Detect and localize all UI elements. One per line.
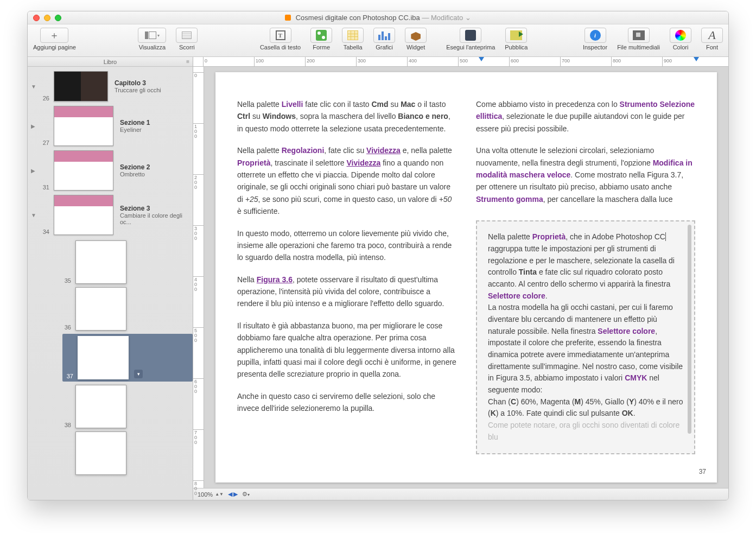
page-thumb[interactable]	[62, 432, 193, 475]
chapter-item[interactable]: ▼ 26 Capitolo 3 Truccare gli occhi	[28, 69, 193, 104]
body-text[interactable]: Nella palette Regolazioni, fate clic su …	[237, 144, 456, 217]
page-thumb[interactable]: 38	[62, 385, 193, 428]
chapter-thumb	[54, 71, 108, 101]
titlebar[interactable]: Cosmesi digitale con Photoshop CC.iba — …	[28, 11, 728, 24]
window-title: Cosmesi digitale con Photoshop CC.iba — …	[28, 14, 728, 22]
horizontal-ruler[interactable]: 0100200300400500600700800900	[193, 57, 728, 67]
publish-button[interactable]: Pubblica	[505, 28, 528, 50]
page-thumb[interactable]: 36	[62, 287, 193, 331]
section-thumb	[54, 106, 113, 146]
font-button[interactable]: A Font	[701, 28, 723, 50]
sidebar-header: Libro ≡	[28, 57, 193, 67]
inspector-button[interactable]: i Inspector	[583, 28, 607, 50]
document-page[interactable]: Nella palette Livelli fate clic con il t…	[215, 72, 717, 483]
callout-scrollbar[interactable]	[688, 225, 691, 433]
charts-button[interactable]: Grafici	[373, 28, 395, 50]
view-button[interactable]: ▾ Visualizza	[138, 28, 166, 50]
colors-button[interactable]: Colori	[670, 28, 691, 50]
zoom-control[interactable]: 100%▲▼	[198, 491, 224, 498]
preview-button[interactable]: Esegui l'anteprima	[446, 28, 495, 50]
disclosure-triangle-icon[interactable]: ▼	[31, 212, 37, 218]
callout-box[interactable]: Nella palette Proprietà, che in Adobe Ph…	[476, 220, 695, 454]
page-number-label: 35	[62, 277, 71, 284]
page-number-label: 36	[62, 324, 71, 331]
section-item[interactable]: ▼ 34 Sezione 3 Cambiare il colore degli …	[28, 193, 193, 237]
section-item[interactable]: ▶ 27 Sezione 1 Eyeliner	[28, 104, 193, 148]
toolbar: ＋ Aggiungi pagine ▾ Visualizza Scorri T …	[28, 24, 728, 57]
body-text[interactable]: Anche in questo caso ci serviremo delle …	[237, 390, 456, 415]
disclosure-triangle-icon[interactable]: ▶	[31, 123, 37, 129]
scroll-button[interactable]: Scorri	[176, 28, 198, 50]
canvas-area: 0100200300400500600700800900 01002003004…	[193, 57, 728, 500]
page-number: 37	[699, 467, 706, 477]
gear-icon[interactable]: ⚙︎▾	[242, 491, 250, 498]
body-text[interactable]: Una volta ottenute le selezioni circolar…	[476, 144, 695, 205]
prev-page-button[interactable]: ◀	[228, 491, 232, 498]
column-right: Come abbiamo visto in precedenza con lo …	[476, 98, 695, 454]
disclosure-triangle-icon[interactable]: ▶	[31, 168, 37, 174]
page-number-label: 38	[62, 422, 71, 428]
body-text[interactable]: Il risultato è già abbastanza buono, ma …	[237, 320, 456, 380]
column-left: Nella palette Livelli fate clic con il t…	[237, 98, 456, 454]
text-cursor	[665, 232, 666, 241]
statusbar: 100%▲▼ ◀ ▶ ⚙︎▾	[193, 488, 728, 500]
widget-button[interactable]: Widget	[405, 28, 427, 50]
page-thumb-selected[interactable]: 37 ▾	[62, 334, 193, 382]
table-button[interactable]: Tabella	[342, 28, 364, 50]
body-text[interactable]: Nella palette Livelli fate clic con il t…	[237, 98, 456, 135]
shapes-button[interactable]: Forme	[310, 28, 332, 50]
body-text[interactable]: Nella Figura 3.6, potete osservare il ri…	[237, 274, 456, 310]
add-pages-button[interactable]: ＋ Aggiungi pagine	[33, 28, 76, 50]
textbox-button[interactable]: T Casella di testo	[260, 28, 301, 50]
chevron-down-icon[interactable]: ⌄	[465, 14, 471, 22]
page-thumb[interactable]: 35	[62, 240, 193, 284]
document-icon	[285, 15, 291, 21]
section-item[interactable]: ▶ 31 Sezione 2 Ombretto	[28, 148, 193, 193]
sidebar: Libro ≡ ▼ 26 Capitolo 3 Truccare gli occ…	[28, 57, 193, 500]
media-button[interactable]: File multimediali	[617, 28, 660, 50]
sidebar-menu-icon[interactable]: ≡	[186, 59, 189, 65]
next-page-button[interactable]: ▶	[233, 491, 238, 498]
disclosure-triangle-icon[interactable]: ▼	[31, 84, 37, 90]
body-text[interactable]: In questo modo, otterremo un colore liev…	[237, 227, 456, 264]
section-thumb	[54, 195, 113, 235]
body-text[interactable]: Come abbiamo visto in precedenza con lo …	[476, 98, 695, 135]
figure-link[interactable]: Figura 3.6	[257, 275, 293, 284]
app-window: Cosmesi digitale con Photoshop CC.iba — …	[27, 11, 729, 500]
vertical-ruler[interactable]: 0100200300400500600700800	[193, 67, 204, 488]
page-number-label: 37	[65, 373, 73, 379]
page-popup-icon[interactable]: ▾	[134, 370, 143, 378]
section-thumb	[54, 150, 113, 191]
